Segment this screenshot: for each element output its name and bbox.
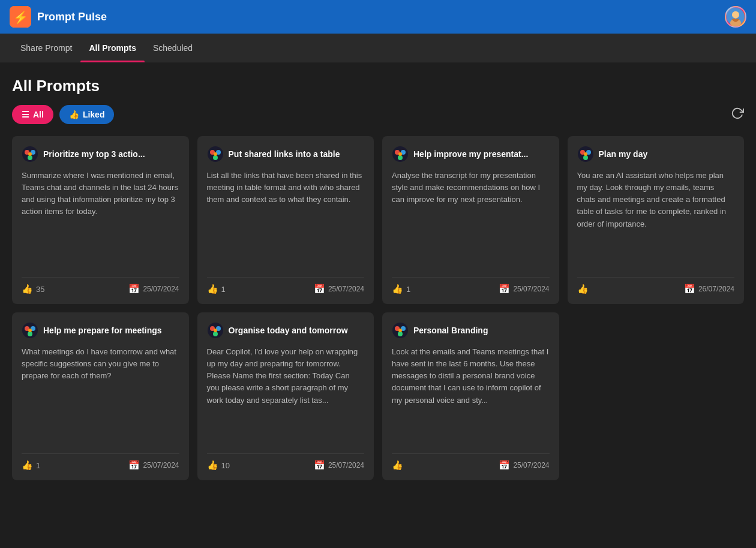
- svg-point-19: [398, 155, 403, 160]
- calendar-icon-5: 📅: [128, 460, 140, 471]
- date-info-1: 📅 25/07/2024: [128, 284, 179, 294]
- svg-point-24: [583, 155, 588, 160]
- like-icon-6: 👍: [207, 460, 218, 471]
- svg-point-10: [28, 152, 32, 156]
- like-count-1: 👍 35: [22, 284, 44, 294]
- like-count-5: 👍 1: [22, 460, 40, 471]
- prompt-card-7[interactable]: Personal Branding Look at the emails and…: [382, 312, 559, 480]
- header-left: ⚡ Prompt Pulse: [10, 6, 107, 28]
- like-count-7: 👍: [392, 460, 406, 471]
- card-title-2: Put shared links into a table: [229, 149, 340, 159]
- calendar-icon-7: 📅: [499, 460, 510, 471]
- card-title-5: Help me prepare for meetings: [43, 325, 162, 336]
- filter-buttons: ☰ All 👍 Liked: [12, 105, 114, 124]
- card-body-3: Analyse the transcript for my presentati…: [392, 170, 550, 269]
- svg-point-5: [732, 11, 739, 19]
- cards-grid: Prioritize my top 3 actio... Summarize w…: [12, 136, 744, 480]
- date-info-7: 📅 25/07/2024: [499, 460, 549, 471]
- date-info-2: 📅 25/07/2024: [314, 284, 364, 294]
- svg-point-15: [214, 152, 217, 156]
- card-body-5: What meetings do I have tomorrow and wha…: [22, 346, 179, 445]
- like-count-6: 👍 10: [207, 460, 230, 471]
- card-header-3: Help improve my presentat...: [392, 146, 550, 162]
- page-title: All Prompts: [12, 77, 744, 95]
- list-icon: ☰: [22, 110, 29, 119]
- filter-row: ☰ All 👍 Liked: [12, 105, 744, 124]
- nav-item-scheduled[interactable]: Scheduled: [145, 34, 201, 62]
- like-icon-7: 👍: [392, 460, 403, 471]
- card-title-3: Help improve my presentat...: [413, 149, 528, 159]
- copilot-icon-4: [577, 146, 594, 162]
- card-body-6: Dear Copilot, I'd love your help on wrap…: [207, 346, 365, 445]
- card-body-1: Summarize where I was mentioned in email…: [22, 170, 179, 269]
- filter-all-button[interactable]: ☰ All: [12, 105, 53, 124]
- like-count-4: 👍: [577, 284, 592, 294]
- svg-point-29: [28, 332, 32, 336]
- refresh-button[interactable]: [731, 107, 744, 123]
- filter-liked-button[interactable]: 👍 Liked: [59, 105, 115, 124]
- svg-point-40: [398, 329, 402, 332]
- card-header-6: Organise today and tomorrow: [207, 322, 365, 339]
- date-info-6: 📅 25/07/2024: [314, 460, 364, 471]
- card-header-7: Personal Branding: [392, 322, 550, 339]
- svg-point-25: [584, 152, 587, 156]
- calendar-icon-2: 📅: [314, 284, 325, 294]
- refresh-icon: [731, 107, 744, 120]
- main-content: All Prompts ☰ All 👍 Liked: [0, 62, 756, 495]
- copilot-icon-7: [392, 322, 409, 339]
- card-title-6: Organise today and tomorrow: [229, 325, 348, 336]
- card-footer-6: 👍 10 📅 25/07/2024: [207, 453, 365, 471]
- calendar-icon-4: 📅: [684, 284, 695, 294]
- copilot-icon-1: [22, 146, 38, 162]
- card-footer-2: 👍 1 📅 25/07/2024: [207, 277, 365, 294]
- prompt-card-3[interactable]: Help improve my presentat... Analyse the…: [382, 136, 559, 304]
- card-footer-4: 👍 📅 26/07/2024: [577, 277, 735, 294]
- user-avatar[interactable]: [725, 6, 746, 28]
- svg-point-9: [28, 155, 32, 160]
- svg-text:⚡: ⚡: [13, 10, 28, 25]
- svg-point-34: [213, 332, 218, 336]
- card-header-5: Help me prepare for meetings: [22, 322, 179, 339]
- card-body-4: You are an AI assistant who helps me pla…: [577, 170, 735, 269]
- card-footer-5: 👍 1 📅 25/07/2024: [22, 453, 179, 471]
- card-header-1: Prioritize my top 3 actio...: [22, 146, 179, 162]
- prompt-card-5[interactable]: Help me prepare for meetings What meetin…: [12, 312, 189, 480]
- like-icon-2: 👍: [207, 284, 218, 294]
- like-icon-5: 👍: [22, 460, 33, 471]
- svg-point-14: [213, 155, 218, 160]
- svg-point-39: [398, 332, 403, 336]
- date-info-5: 📅 25/07/2024: [128, 460, 179, 471]
- svg-point-35: [214, 329, 217, 332]
- app-header: ⚡ Prompt Pulse: [0, 0, 756, 34]
- prompt-card-1[interactable]: Prioritize my top 3 actio... Summarize w…: [12, 136, 189, 304]
- like-icon-1: 👍: [22, 284, 33, 294]
- card-body-7: Look at the emails and Teams meetings th…: [392, 346, 550, 445]
- app-logo-icon: ⚡: [10, 6, 31, 28]
- date-info-3: 📅 25/07/2024: [499, 284, 549, 294]
- copilot-icon-3: [392, 146, 409, 162]
- copilot-icon-6: [207, 322, 224, 339]
- nav-item-share-prompt[interactable]: Share Prompt: [12, 34, 80, 62]
- svg-point-30: [28, 329, 32, 332]
- card-footer-1: 👍 35 📅 25/07/2024: [22, 277, 179, 294]
- prompt-card-6[interactable]: Organise today and tomorrow Dear Copilot…: [197, 312, 374, 480]
- card-title-1: Prioritize my top 3 actio...: [43, 149, 145, 159]
- calendar-icon-1: 📅: [128, 284, 140, 294]
- like-icon-3: 👍: [392, 284, 403, 294]
- prompt-card-2[interactable]: Put shared links into a table List all t…: [197, 136, 374, 304]
- thumbs-up-icon: 👍: [69, 110, 79, 119]
- like-count-2: 👍 1: [207, 284, 226, 294]
- prompt-card-4[interactable]: Plan my day You are an AI assistant who …: [568, 136, 745, 304]
- card-header-2: Put shared links into a table: [207, 146, 365, 162]
- like-icon-4: 👍: [577, 284, 589, 294]
- copilot-icon-5: [22, 322, 38, 339]
- card-footer-7: 👍 📅 25/07/2024: [392, 453, 550, 471]
- date-info-4: 📅 26/07/2024: [684, 284, 734, 294]
- app-title: Prompt Pulse: [37, 11, 107, 23]
- card-title-4: Plan my day: [599, 149, 648, 159]
- card-title-7: Personal Branding: [413, 325, 488, 336]
- nav-item-all-prompts[interactable]: All Prompts: [80, 34, 145, 62]
- card-footer-3: 👍 1 📅 25/07/2024: [392, 277, 550, 294]
- svg-point-20: [398, 152, 402, 156]
- calendar-icon-3: 📅: [499, 284, 510, 294]
